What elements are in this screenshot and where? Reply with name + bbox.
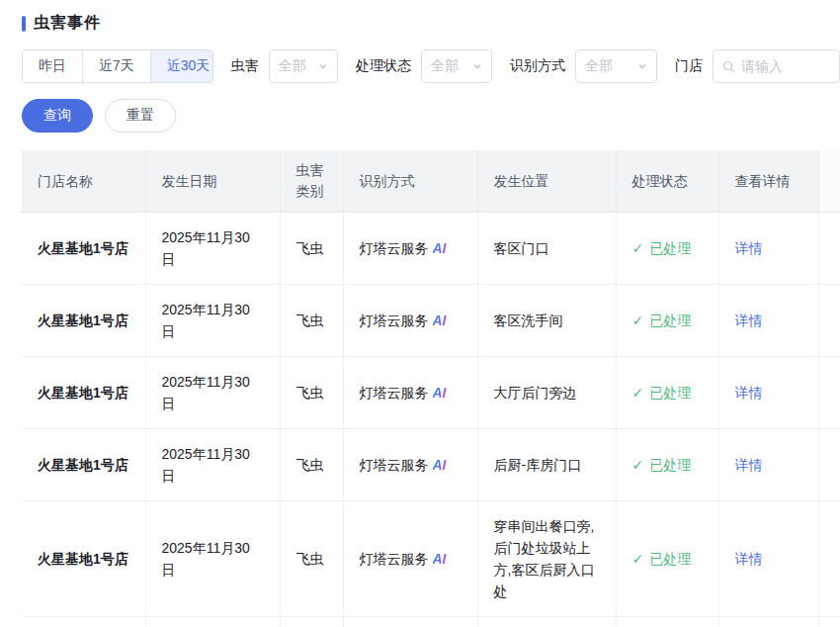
date-cell: 2025年11月30日 xyxy=(145,617,280,627)
col-header-extra xyxy=(818,150,840,213)
status-text: 已处理 xyxy=(649,240,691,256)
pest-type-cell: 飞虫 xyxy=(280,501,343,617)
col-header-status: 处理状态 xyxy=(616,150,718,213)
tab-last-30-days[interactable]: 近30天 xyxy=(150,50,213,82)
extra-cell xyxy=(818,357,840,429)
store-cell: 火星基地1号店 xyxy=(22,285,145,357)
store-search-box xyxy=(713,49,840,83)
tab-yesterday[interactable]: 昨日 xyxy=(23,50,82,82)
check-icon: ✓ xyxy=(632,457,644,473)
status-select-value: 全部 xyxy=(431,57,459,75)
detail-cell: 详情 xyxy=(718,501,818,617)
extra-cell xyxy=(818,213,840,285)
date-range-segmented-control: 昨日 近7天 近30天 xyxy=(22,49,213,83)
tab-last-7-days[interactable]: 近7天 xyxy=(82,50,150,82)
table-row: 火星基地1号店 2025年11月30日 飞虫 灯塔云服务AI 后厨-库房门口 ✓… xyxy=(22,429,840,501)
status-cell: ✓已处理 xyxy=(616,617,718,627)
method-name: 灯塔云服务 xyxy=(360,240,429,256)
pest-type-cell: 飞虫 xyxy=(280,213,343,285)
status-cell: ✓已处理 xyxy=(616,213,718,285)
table-row: 火星基地1号店 2025年11月30日 飞虫 灯塔云服务AI 客区门口 ✓已处理… xyxy=(22,213,840,285)
check-icon: ✓ xyxy=(632,551,644,567)
chevron-down-icon xyxy=(318,61,328,71)
store-search-input[interactable] xyxy=(741,58,830,74)
col-header-store: 门店名称 xyxy=(22,150,145,213)
col-header-method: 识别方式 xyxy=(343,150,477,213)
date-cell: 2025年11月30日 xyxy=(145,285,280,357)
location-cell: 客区门口 xyxy=(477,213,616,285)
status-text: 已处理 xyxy=(649,385,691,401)
action-bar: 查询 重置 xyxy=(22,99,840,133)
pest-filter-label: 虫害 xyxy=(231,57,259,75)
date-cell: 2025年11月30日 xyxy=(145,501,280,617)
status-text: 已处理 xyxy=(649,551,691,567)
reset-button[interactable]: 重置 xyxy=(105,99,176,133)
page-header: 虫害事件 xyxy=(0,0,840,34)
detail-cell: 详情 xyxy=(718,357,818,429)
chevron-down-icon xyxy=(637,61,647,71)
method-cell: 灯塔云服务AI xyxy=(343,213,477,285)
date-cell: 2025年11月30日 xyxy=(145,213,280,285)
extra-cell xyxy=(818,501,840,617)
method-name: 灯塔云服务 xyxy=(360,385,429,401)
location-cell: 穿串间出餐口旁,后门处垃圾站上方,客区后厨入口处 xyxy=(477,501,616,617)
location-cell: 客区洗手间 xyxy=(477,285,616,357)
status-cell: ✓已处理 xyxy=(616,357,718,429)
ai-badge: AI xyxy=(433,313,447,328)
method-select-value: 全部 xyxy=(585,57,613,75)
pest-type-cell: 飞虫 xyxy=(280,285,343,357)
location-cell: 大厅后门旁边 xyxy=(477,357,616,429)
ai-badge: AI xyxy=(433,457,447,473)
store-cell: 火星基地1号店 xyxy=(22,357,145,429)
status-text: 已处理 xyxy=(649,457,691,473)
pest-type-cell: 飞虫 xyxy=(280,357,343,429)
table-header-row: 门店名称 发生日期 虫害类别 识别方式 发生位置 处理状态 查看详情 xyxy=(22,150,840,213)
col-header-pest-type: 虫害类别 xyxy=(280,150,343,213)
table-body: 火星基地1号店 2025年11月30日 飞虫 灯塔云服务AI 客区门口 ✓已处理… xyxy=(22,213,840,627)
method-cell: 灯塔云服务AI xyxy=(343,285,477,357)
extra-cell xyxy=(818,285,840,357)
extra-cell xyxy=(818,429,840,501)
method-filter-label: 识别方式 xyxy=(510,57,565,75)
col-header-date: 发生日期 xyxy=(145,150,280,213)
page-title: 虫害事件 xyxy=(34,13,101,34)
method-cell: 灯塔云服务AI xyxy=(343,617,477,627)
events-table: 门店名称 发生日期 虫害类别 识别方式 发生位置 处理状态 查看详情 火星基地1… xyxy=(22,150,840,627)
detail-link[interactable]: 详情 xyxy=(735,385,763,401)
title-accent-bar xyxy=(22,16,26,32)
store-cell: 火星基地1号店 xyxy=(22,501,145,617)
detail-link[interactable]: 详情 xyxy=(735,551,763,567)
pest-type-cell: 飞虫 xyxy=(280,429,343,501)
pest-type-cell: 飞虫 xyxy=(280,617,343,627)
date-cell: 2025年11月30日 xyxy=(145,357,280,429)
method-cell: 灯塔云服务AI xyxy=(343,501,477,617)
chevron-down-icon xyxy=(472,61,482,71)
method-cell: 灯塔云服务AI xyxy=(343,429,477,501)
pest-select-value: 全部 xyxy=(279,57,306,75)
store-cell: 火星基地1号店 xyxy=(22,429,145,501)
status-cell: ✓已处理 xyxy=(616,285,718,357)
events-table-wrap: 门店名称 发生日期 虫害类别 识别方式 发生位置 处理状态 查看详情 火星基地1… xyxy=(22,150,840,627)
col-header-location: 发生位置 xyxy=(477,150,616,213)
detail-link[interactable]: 详情 xyxy=(735,457,763,473)
method-cell: 灯塔云服务AI xyxy=(343,357,477,429)
table-row: 火星基地1号店 2025年11月30日 飞虫 灯塔云服务AI 后厨臭氧消毒室内 … xyxy=(22,617,840,627)
check-icon: ✓ xyxy=(632,313,644,328)
check-icon: ✓ xyxy=(632,240,644,256)
method-select[interactable]: 全部 xyxy=(575,49,657,83)
location-cell: 后厨臭氧消毒室内 xyxy=(477,617,616,627)
detail-link[interactable]: 详情 xyxy=(735,313,763,328)
table-row: 火星基地1号店 2025年11月30日 飞虫 灯塔云服务AI 大厅后门旁边 ✓已… xyxy=(22,357,840,429)
store-cell: 火星基地1号店 xyxy=(22,617,145,627)
query-button[interactable]: 查询 xyxy=(22,99,93,133)
status-text: 已处理 xyxy=(649,313,691,328)
detail-link[interactable]: 详情 xyxy=(735,240,763,256)
status-select[interactable]: 全部 xyxy=(421,49,492,83)
method-name: 灯塔云服务 xyxy=(360,457,429,473)
method-name: 灯塔云服务 xyxy=(360,313,429,328)
location-cell: 后厨-库房门口 xyxy=(477,429,616,501)
pest-select[interactable]: 全部 xyxy=(269,49,338,83)
detail-cell: 详情 xyxy=(718,213,818,285)
table-row: 火星基地1号店 2025年11月30日 飞虫 灯塔云服务AI 穿串间出餐口旁,后… xyxy=(22,501,840,617)
col-header-detail: 查看详情 xyxy=(718,150,818,213)
